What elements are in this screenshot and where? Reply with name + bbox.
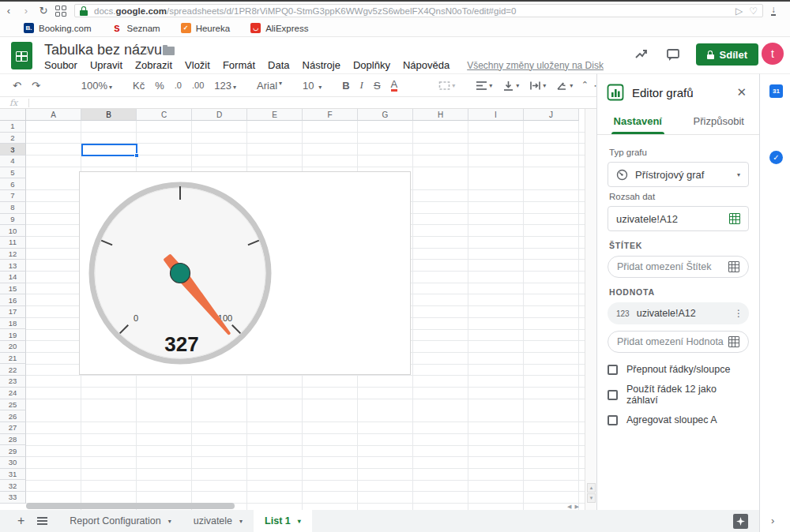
tasks-icon[interactable]: ✓: [769, 151, 783, 164]
select-label-range-icon[interactable]: [728, 261, 739, 272]
checkbox-row[interactable]: Agregovat sloupec A: [608, 414, 749, 425]
column-header-h[interactable]: H: [413, 109, 468, 121]
forward-icon[interactable]: ›: [17, 5, 35, 17]
saved-status-link[interactable]: Všechny změny uloženy na Disk: [467, 60, 604, 71]
data-range-field[interactable]: uzivatele!A12: [608, 206, 749, 231]
font-select[interactable]: Arial▾: [257, 80, 282, 92]
row-header-16[interactable]: 16: [0, 294, 26, 306]
row-header-1[interactable]: 1: [0, 121, 26, 133]
row-header-6[interactable]: 6: [0, 178, 26, 190]
address-bar[interactable]: docs.google.com/spreadsheets/d/1PR8rViMP…: [74, 4, 763, 17]
checkbox-icon[interactable]: [608, 365, 618, 375]
account-avatar[interactable]: t: [762, 43, 784, 65]
add-value-field[interactable]: Přidat omezení Hodnota: [608, 331, 749, 353]
back-icon[interactable]: ‹: [0, 5, 17, 17]
column-header-e[interactable]: E: [247, 109, 303, 121]
row-header-2[interactable]: 2: [0, 133, 26, 144]
sheet-tab-menu-icon[interactable]: ▾: [239, 518, 243, 525]
row-header-8[interactable]: 8: [0, 202, 26, 214]
star-icon[interactable]: ☆: [144, 44, 154, 57]
sheet-tab-list-1[interactable]: List 1▾: [254, 510, 312, 532]
column-header-j[interactable]: J: [524, 109, 579, 121]
hide-side-panel-icon[interactable]: ›: [771, 515, 774, 526]
checkbox-icon[interactable]: [608, 390, 618, 400]
bookmark-aliexpress[interactable]: ◡AliExpress: [250, 23, 308, 33]
gauge-chart[interactable]: 0 100 327: [79, 171, 411, 375]
row-header-32[interactable]: 32: [0, 480, 26, 492]
all-sheets-icon[interactable]: [37, 515, 47, 526]
more-options-icon[interactable]: ⋮: [734, 312, 742, 315]
tab-nastaven[interactable]: Nastavení: [597, 109, 679, 134]
decrease-decimal-button[interactable]: .0: [175, 81, 182, 90]
comment-icon[interactable]: [664, 46, 682, 63]
row-header-19[interactable]: 19: [0, 329, 26, 341]
column-header-b[interactable]: B: [81, 109, 137, 121]
fill-handle[interactable]: [134, 153, 139, 158]
row-header-5[interactable]: 5: [0, 167, 26, 179]
scroll-down-icon[interactable]: ▼: [587, 493, 596, 503]
row-header-33[interactable]: 33: [0, 492, 26, 504]
row-header-31[interactable]: 31: [0, 469, 26, 481]
menu-upravit[interactable]: Upravit: [90, 59, 122, 71]
column-header-d[interactable]: D: [192, 109, 247, 121]
menu-doplňky[interactable]: Doplňky: [353, 59, 390, 71]
close-icon[interactable]: ✕: [733, 85, 750, 99]
redo-icon[interactable]: ↷: [32, 80, 40, 92]
row-header-25[interactable]: 25: [0, 399, 26, 411]
row-header-28[interactable]: 28: [0, 434, 26, 446]
bookmark-heureka[interactable]: ✓Heureka: [181, 23, 230, 33]
explore-button[interactable]: [733, 514, 748, 529]
formula-bar[interactable]: fx: [0, 96, 596, 109]
column-header-g[interactable]: G: [358, 109, 413, 121]
horizontal-scrollbar[interactable]: [26, 503, 235, 509]
font-size-select[interactable]: 10 ▾: [303, 80, 322, 92]
select-data-range-icon[interactable]: [729, 213, 740, 224]
scroll-up-icon[interactable]: ▲: [587, 483, 596, 493]
row-header-4[interactable]: 4: [0, 155, 26, 167]
insights-icon[interactable]: [633, 46, 650, 63]
checkbox-row[interactable]: Použít řádek 12 jako záhlaví: [608, 384, 749, 406]
row-header-11[interactable]: 11: [0, 237, 26, 249]
checkbox-row[interactable]: Přepnout řádky/sloupce: [608, 364, 749, 375]
scroll-left-icon[interactable]: ◀: [567, 504, 571, 510]
row-header-3[interactable]: 3: [0, 144, 26, 155]
row-header-30[interactable]: 30: [0, 457, 26, 469]
select-value-range-icon[interactable]: [728, 336, 739, 347]
column-header-a[interactable]: A: [26, 109, 81, 121]
chart-type-select[interactable]: Přístrojový graf ▾: [608, 162, 749, 187]
format-percent-button[interactable]: %: [155, 80, 164, 92]
menu-formát[interactable]: Formát: [223, 59, 255, 71]
row-header-23[interactable]: 23: [0, 376, 26, 388]
move-to-folder-icon[interactable]: [163, 47, 175, 55]
sheets-logo-icon[interactable]: [11, 42, 32, 69]
favorite-heart-icon[interactable]: ♡: [749, 6, 758, 17]
collapse-toolbar-icon[interactable]: ⌃: [581, 80, 589, 90]
tab-pizpsobit[interactable]: Přizpůsobit: [679, 109, 760, 134]
checkbox-icon[interactable]: [608, 415, 618, 425]
scroll-right-icon[interactable]: ▶: [574, 504, 578, 510]
row-header-20[interactable]: 20: [0, 341, 26, 353]
menu-nástroje[interactable]: Nástroje: [303, 59, 340, 71]
speed-dial-icon[interactable]: [55, 6, 66, 17]
format-currency-button[interactable]: Kč: [133, 80, 145, 92]
sheet-tab-uzivatele[interactable]: uzivatele▾: [182, 510, 254, 532]
row-header-14[interactable]: 14: [0, 272, 26, 283]
sheet-tab-report-configuration[interactable]: Report Configuration▾: [58, 510, 182, 532]
menu-vložit[interactable]: Vložit: [185, 59, 210, 71]
text-color-button[interactable]: A: [391, 80, 398, 92]
more-formats-button[interactable]: 123▾: [214, 80, 236, 92]
reload-icon[interactable]: ↻: [35, 5, 52, 17]
page-url[interactable]: docs.google.com/spreadsheets/d/1PR8rViMP…: [94, 6, 735, 16]
strikethrough-button[interactable]: S: [374, 80, 381, 92]
increase-decimal-button[interactable]: .00: [192, 81, 204, 90]
column-header-f[interactable]: F: [303, 109, 358, 121]
menu-nápověda[interactable]: Nápověda: [403, 59, 450, 71]
row-header-9[interactable]: 9: [0, 214, 26, 226]
menu-data[interactable]: Data: [268, 59, 289, 71]
row-header-26[interactable]: 26: [0, 410, 26, 422]
row-header-17[interactable]: 17: [0, 306, 26, 318]
text-rotation-button[interactable]: ▾: [556, 80, 573, 92]
zoom-select[interactable]: 100%▾: [81, 80, 112, 92]
row-header-15[interactable]: 15: [0, 283, 26, 295]
calendar-icon[interactable]: 31: [769, 84, 783, 98]
